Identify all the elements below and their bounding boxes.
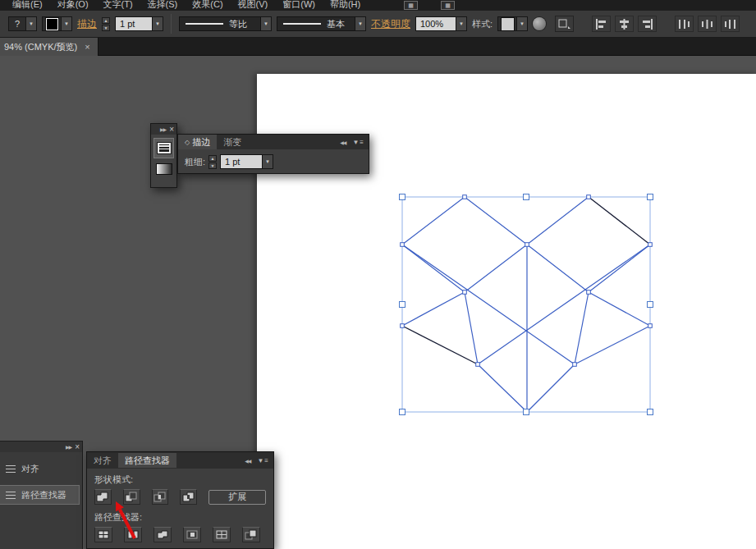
stroke-weight-stepper[interactable]: ▲ ▼ [102,17,110,31]
trim-button[interactable] [124,527,142,542]
outline-button[interactable] [213,527,231,542]
chevron-down-icon[interactable]: ▼ [263,154,273,169]
tab-align[interactable]: 对齐 [87,453,118,468]
chevron-down-icon[interactable]: ▼ [153,16,163,31]
menu-item-effect[interactable]: 效果(C) [185,0,230,11]
chevron-down-icon[interactable]: ▼ [355,16,366,31]
dock-item-align[interactable]: 对齐 [0,459,80,478]
close-icon[interactable]: × [85,42,89,52]
menu-item-select[interactable]: 选择(S) [140,0,186,11]
opacity-link[interactable]: 不透明度 [371,17,410,31]
dock-item-pathfinder[interactable]: 路径查找器 [0,485,80,505]
gradient-panel-icon[interactable] [157,164,172,174]
stepper-down-icon[interactable]: ▼ [208,162,217,169]
unite-icon [96,492,109,502]
unite-button[interactable] [94,489,112,505]
recolor-artwork-icon[interactable] [533,17,546,30]
align-horizontal-center-button[interactable] [615,16,634,32]
distribute-center-button[interactable] [698,16,717,32]
weight-combo[interactable]: 1 pt ▼ [220,154,273,169]
chevron-down-icon[interactable]: ▼ [261,16,272,31]
stroke-panel: ◇ 描边 渐变 ◀◀ ▼≡ 粗细: ▲ ▼ 1 pt ▼ [177,134,369,174]
close-icon[interactable]: × [169,126,174,134]
panel-menu-icon[interactable]: ▼≡ [352,139,364,146]
transform-menu-button[interactable] [555,16,574,32]
distribute-right-button[interactable] [721,16,740,32]
menu-item-object[interactable]: 对象(O) [50,0,96,11]
stroke-panel-mini-dock: ▶▶ × [150,123,177,188]
crop-button[interactable] [183,527,201,542]
stroke-link[interactable]: 描边 [77,17,97,31]
distribute-left-button[interactable] [675,16,694,32]
tab-stroke[interactable]: ◇ 描边 [178,135,217,149]
shape-modes-row: 扩展 [94,489,266,505]
close-icon[interactable]: × [75,443,80,451]
color-swatch-dropdown[interactable]: ▼ [42,16,72,31]
tab-gradient[interactable]: 渐变 [217,135,248,149]
stepper-up-icon[interactable]: ▲ [208,155,217,162]
panel-menu-icon[interactable]: ▼≡ [257,457,268,464]
minus-front-button[interactable] [123,489,140,505]
selected-artwork[interactable] [397,192,656,418]
menu-item-edit[interactable]: 编辑(E) [5,0,50,11]
menubar: 编辑(E) 对象(O) 文字(T) 选择(S) 效果(C) 视图(V) 窗口(W… [0,0,756,11]
help-dropdown[interactable]: ? ▼ [8,16,37,31]
stroke-panel-icon-button[interactable] [153,138,174,158]
selection-bounding-box [402,197,650,412]
expand-button[interactable]: 扩展 [208,490,266,505]
pathfinders-label: 路径查找器: [94,511,266,524]
arrange-documents-icon[interactable]: ▦ [404,1,418,10]
brush-line-icon [283,23,321,25]
menubar-app-icons: ▦ ▦ [404,1,455,10]
bottom-left-dock: ▶▶ × 对齐 路径查找器 [0,441,83,549]
distribute-center-icon [701,19,713,30]
opacity-field[interactable]: 100% [415,16,456,31]
exclude-button[interactable] [180,489,197,505]
weight-field[interactable]: 1 pt [220,154,263,169]
align-left-icon [595,19,607,30]
stroke-weight-combo[interactable]: 1 pt ▼ [115,16,163,31]
tab-pathfinder[interactable]: 路径查找器 [118,453,176,468]
stepper-down-icon[interactable]: ▼ [102,25,110,31]
expand-panel-icon[interactable]: ▶▶ [66,444,71,450]
collapse-panel-icon[interactable]: ◀◀ [340,140,346,145]
dock-item-pathfinder-label: 路径查找器 [21,489,66,501]
crop-icon [186,529,199,540]
intersect-icon [153,492,167,502]
control-bar: ? ▼ ▼ 描边 ▲ ▼ 1 pt ▼ 等比 ▼ 基本 ▼ 不透明度 100% … [0,11,756,38]
mini-dock-header[interactable]: ▶▶ × [151,124,176,135]
expand-panel-icon[interactable]: ▶▶ [160,126,166,132]
selection-handles[interactable] [400,194,653,415]
pathfinder-panel: 对齐 路径查找器 ◀◀ ▼≡ 形状模式: 扩展 [86,451,274,549]
align-horizontal-right-button[interactable] [638,16,657,32]
menu-item-window[interactable]: 窗口(W) [275,0,323,11]
weight-stepper[interactable]: ▲ ▼ [208,155,217,169]
menu-item-type[interactable]: 文字(T) [96,0,140,11]
anchor-points[interactable] [401,195,653,414]
workspace-switcher-icon[interactable]: ▦ [441,1,455,10]
collapse-panel-icon[interactable]: ◀◀ [245,458,250,464]
stroke-weight-field[interactable]: 1 pt [115,16,153,31]
dock-header[interactable]: ▶▶ × [0,441,82,452]
document-tab[interactable]: 94% (CMYK/预览) × [0,38,99,56]
divide-button[interactable] [94,527,112,542]
align-horizontal-left-button[interactable] [592,16,611,32]
minus-back-button[interactable] [242,527,260,542]
menu-item-help[interactable]: 帮助(H) [323,0,368,11]
exclude-icon [182,492,195,502]
chevron-down-icon[interactable]: ▼ [456,16,467,31]
intersect-button[interactable] [152,489,169,505]
stroke-profile-dropdown[interactable]: 等比 ▼ [179,16,272,31]
opacity-combo[interactable]: 100% ▼ [415,16,467,31]
style-swatch-dropdown[interactable]: ▼ [497,16,528,31]
chevron-down-icon[interactable]: ▼ [517,16,528,31]
menu-item-view[interactable]: 视图(V) [231,0,276,11]
fill-color-swatch [46,18,58,30]
chevron-down-icon[interactable]: ▼ [62,16,72,31]
merge-button[interactable] [153,527,172,542]
panel-cycle-icon[interactable]: ◇ [185,139,190,146]
panel-header-controls: ◀◀ ▼≡ [340,139,369,146]
chevron-down-icon[interactable]: ▼ [26,16,37,31]
brush-definition-dropdown[interactable]: 基本 ▼ [277,16,366,31]
stepper-up-icon[interactable]: ▲ [102,17,110,24]
